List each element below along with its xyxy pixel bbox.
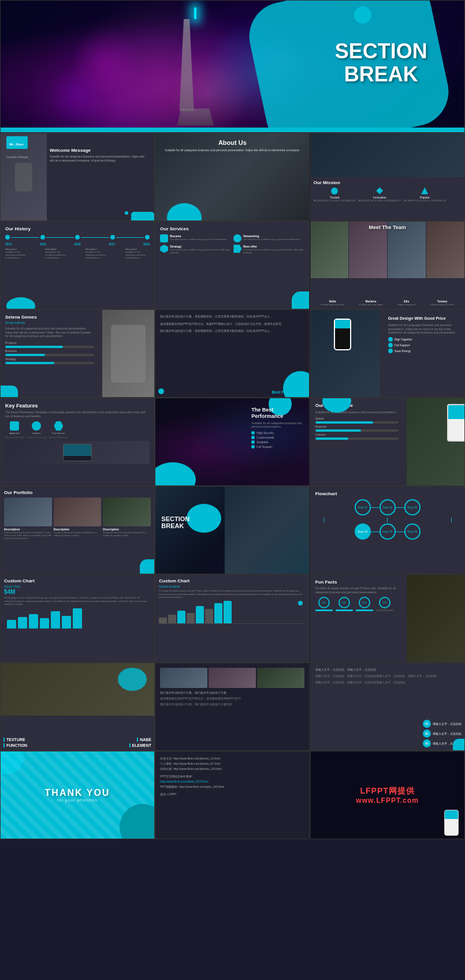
cc1-bar-rect-6 [62, 616, 71, 629]
svc-icon-1 [160, 234, 168, 242]
op-calories: Calories [315, 433, 399, 440]
gd-content: Great Design With Good Price Suitable fo… [386, 315, 462, 355]
mission-content: Our Mission Trusted BD INTRO GO TO FULL … [311, 177, 464, 221]
arabic-text-2: 提供最新最实用的PPT技巧和方法，提供最新最实用的PPT技巧 [160, 697, 304, 701]
about-slide: About Us Suitable for all categories bus… [155, 133, 310, 221]
port-deco [140, 559, 154, 574]
cc1-title: Custom Chart [4, 578, 151, 583]
numbered-text-3: 请输入文字，点击此处。请输入文字，点击此处请输入文字，点击此处。 [315, 680, 460, 684]
op-label-1: Speed [315, 417, 399, 420]
kf-label-2: Updates [32, 432, 41, 435]
texture-labels: TEXTURE NABE FUNCTION ELEMENT [3, 738, 151, 747]
kf-label-3: Free Service [52, 432, 65, 435]
bp-dot [158, 388, 164, 394]
history-title: Our History [5, 226, 150, 231]
links-slide: 作者主页: http://www.flickr.com/photos_14.ht… [155, 751, 310, 839]
tbp-label-2: Customizable [256, 436, 274, 439]
ff-circle-1: 01 [318, 597, 330, 608]
link-2: 个人博客: http://www.flickr.com/photos_67.ht… [160, 761, 304, 766]
cc2-rect-2 [168, 615, 176, 623]
numbered-content: 请输入文字，点击此处。请输入文字，点击此处 请输入文字，点击此处。请输入文字，点… [311, 663, 464, 750]
hd-4: Description Suitable for all categories … [125, 248, 150, 260]
op-bar-3 [315, 437, 399, 440]
cc2-content: Custom Chart Income Analysis For basic &… [155, 575, 309, 662]
lfppt-line2: www.LFPPT.com [356, 796, 419, 805]
cc2-bar-7 [214, 601, 222, 623]
portfolio-content: Our Portfolio Description Comes in this … [1, 487, 154, 544]
op-label-3: Calories [315, 433, 399, 436]
svc-text-1: Became Can describe as a million army, j… [170, 234, 226, 241]
texture-label-3: FUNCTION [3, 743, 27, 747]
gd-title: Great Design With Good Price [388, 316, 460, 321]
welcome-content: Welcome Message Suitable for all categor… [47, 145, 151, 166]
fc-title: Flowchart [315, 491, 460, 496]
speaker-role: Founder fullhype [6, 155, 28, 159]
service-1: Became Can describe as a million army, j… [160, 234, 231, 242]
ty-title: THANK YOU [45, 788, 110, 798]
cc1-subtitle: Anluys Chart [4, 585, 151, 588]
kf-item-3: Free Service Do you wish to get [49, 421, 68, 439]
ff-item-1: 01 [315, 597, 333, 611]
team-title-area: Meet The Team [311, 225, 464, 230]
ff-bar-1 [315, 609, 333, 611]
kf-title: Key Features [5, 403, 150, 409]
mission-sub-1: BD INTRO GO TO FULL CONTINUE GO [314, 199, 356, 202]
cc2-rect-7 [214, 603, 222, 623]
ht-line [11, 237, 39, 238]
selena-name: Selena Gemes [5, 315, 94, 320]
skill-label-2: Business [5, 349, 94, 353]
history-content: Our History 2014 2015 2016 2017 2018 [1, 222, 154, 264]
cc2-bar-5 [196, 601, 204, 623]
hd-text-3: Suitable for all categories business pre… [85, 250, 110, 260]
cc1-bar-rect-7 [73, 608, 82, 629]
fc-bottom: Step 04 Step 05 Step 06 [315, 523, 460, 540]
hd-2: Description Suitable for all categories … [45, 248, 69, 260]
port-text-3: Comes in this level may be evaluated. Is… [103, 531, 151, 537]
num-label-1: 01 [425, 722, 429, 725]
ff-circle-3: 03 [359, 597, 370, 608]
op-fill-1 [315, 421, 374, 424]
texture-label-1: TEXTURE [3, 738, 25, 742]
fc-top: Step 01 Step 02 Step 03 [315, 499, 460, 515]
ff-items: 01 02 03 04 [315, 597, 401, 611]
kf-sub-3: Do you wish to get [49, 436, 68, 439]
ff-text: For basic & simple answer, we got 5 Plac… [315, 586, 401, 594]
hd-text-2: Suitable for all categories business pre… [45, 250, 69, 260]
ff-bar-2 [336, 609, 353, 611]
link-5: PPT视频教程: http://www.flickr.com/pptc_143.… [160, 784, 304, 790]
cc1-chart [4, 608, 151, 629]
cc2-bar-1 [159, 601, 167, 623]
cc2-rect-1 [159, 618, 167, 623]
tbp-feat-1: High Security [251, 431, 303, 435]
tower-base [172, 109, 218, 126]
our-history-slide: Our History 2014 2015 2016 2017 2018 [0, 221, 155, 309]
portfolio-title: Our Portfolio [4, 490, 151, 495]
port-text-2: Comes in this level may be evaluated. Is… [54, 531, 102, 537]
laptop-screen [63, 444, 92, 461]
lfppt-phone-screen [445, 810, 458, 819]
ht-line-2 [46, 237, 75, 238]
tbp-feat-2: Customizable [251, 436, 303, 439]
kf-laptop [5, 441, 150, 464]
flowchart-slide: Flowchart Step 01 Step 02 Step 03 Step 0… [310, 486, 465, 574]
skill-label-1: Products [5, 341, 94, 345]
fc-step-4: Step 04 [355, 523, 371, 540]
tbp-label-4: Full Support [256, 445, 272, 448]
arabic-slide: 我们提供专业的设计方案，我们提供专业的设计方案 提供最新最实用的PPT技巧和方法… [155, 663, 310, 751]
history-deco [6, 297, 35, 309]
fc-conn-1 [323, 518, 324, 522]
cc1-bar-1 [7, 608, 16, 629]
kf-subtitle: The Arsen Powerclean Template is exclusi… [5, 410, 150, 418]
fc-line-1 [371, 507, 380, 508]
year-3: 2016 [74, 242, 80, 246]
fun-facts-slide: Fun Facts For basic & simple answer, we … [310, 574, 465, 663]
member-4: Tommy Related with your team [430, 300, 454, 306]
fc-line-3 [371, 532, 380, 532]
mission-icon-3 [421, 188, 428, 194]
fc-conn-2 [387, 518, 388, 522]
tbp-content: The BestPerformance Suitable for all cat… [248, 404, 306, 451]
lfppt-phone [444, 810, 459, 836]
member-2: Marlene Related with your team [359, 300, 383, 306]
op-content: Our Performance Suitable for all categor… [311, 398, 403, 485]
cc2-bar-6 [205, 601, 213, 623]
